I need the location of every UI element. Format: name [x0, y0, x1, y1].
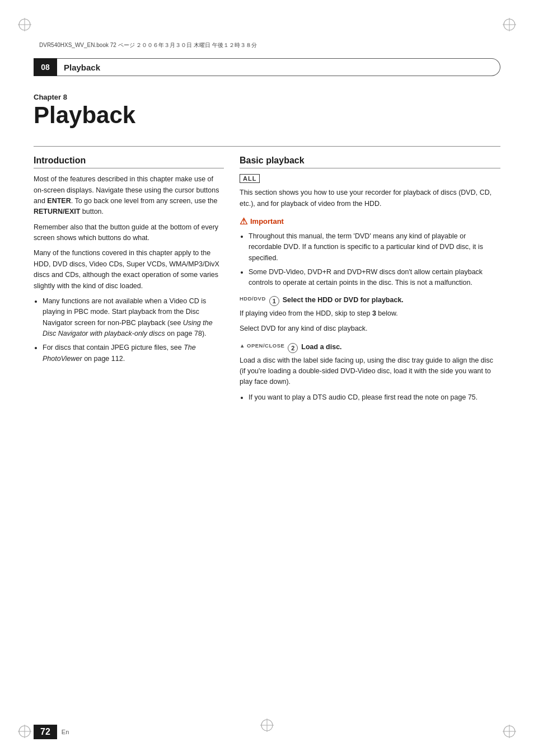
step-2-bullet-1: If you want to play a DTS audio CD, plea… — [249, 392, 500, 403]
chapter-title-section: Chapter 8 Playback — [34, 83, 500, 138]
page: DVR540HXS_WV_EN.book 72 ページ ２００６年３月３０日 木… — [0, 0, 534, 756]
intro-para-1: Most of the features described in this c… — [34, 174, 224, 218]
step-2-header: ▲ OPEN/CLOSE 2 Load a disc. — [240, 342, 500, 353]
important-bullet-2: Some DVD-Video, DVD+R and DVD+RW discs d… — [249, 267, 500, 289]
reg-mark-tr — [502, 17, 517, 32]
important-bullet-list: Throughout this manual, the term 'DVD' m… — [249, 231, 500, 289]
chapter-title-pill: Playback — [57, 58, 500, 76]
step-2-number: 2 — [288, 343, 298, 353]
reg-mark-br — [502, 724, 517, 739]
main-rule — [34, 146, 500, 147]
reg-mark-bl — [17, 724, 32, 739]
step-1-badge-label: HDD/DVD — [240, 295, 266, 302]
two-column-layout: Introduction Most of the features descri… — [34, 156, 500, 411]
step-1-body: If playing video from the HDD, skip to s… — [240, 308, 500, 319]
basic-playback-heading: Basic playback — [240, 156, 500, 168]
warning-icon: ⚠ — [240, 216, 247, 227]
chapter-header: 08 Playback — [34, 58, 500, 76]
page-lang: En — [62, 729, 69, 735]
introduction-heading: Introduction — [34, 156, 224, 168]
step-1-header: HDD/DVD 1 Select the HDD or DVD for play… — [240, 295, 500, 306]
step-2: ▲ OPEN/CLOSE 2 Load a disc. Load a disc … — [240, 342, 500, 403]
important-label: Important — [250, 217, 284, 226]
intro-bullet-2: For discs that contain JPEG picture file… — [43, 342, 224, 364]
step-2-bullet-list: If you want to play a DTS audio CD, plea… — [249, 392, 500, 403]
page-number: 72 — [34, 725, 57, 739]
content-area: Chapter 8 Playback Introduction Most of … — [34, 83, 500, 711]
bottom-center-mark — [259, 717, 275, 735]
chapter-number-box: 08 — [34, 58, 57, 76]
important-bullet-1: Throughout this manual, the term 'DVD' m… — [249, 231, 500, 264]
step-2-badge-label: ▲ OPEN/CLOSE — [240, 342, 284, 349]
chapter-header-title: Playback — [64, 63, 100, 72]
step-2-body: Load a disc with the label side facing u… — [240, 355, 500, 388]
header-bar: DVR540HXS_WV_EN.book 72 ページ ２００６年３月３０日 木… — [34, 39, 500, 51]
reg-mark-tl — [17, 17, 32, 32]
important-heading: ⚠ Important — [240, 216, 500, 227]
chapter-big-title: Playback — [34, 102, 500, 128]
page-footer: 72 En — [34, 725, 69, 739]
step-1-number: 1 — [269, 296, 279, 306]
chapter-label: Chapter 8 — [34, 93, 500, 101]
step-1-title: Select the HDD or DVD for playback. — [283, 296, 404, 304]
basic-playback-intro: This section shows you how to use your r… — [240, 187, 500, 209]
step-2-title: Load a disc. — [301, 343, 341, 351]
header-meta: DVR540HXS_WV_EN.book 72 ページ ２００６年３月３０日 木… — [39, 41, 257, 49]
intro-bullet-list: Many functions are not available when a … — [43, 296, 224, 364]
step-1-body2: Select DVD for any kind of disc playback… — [240, 323, 500, 334]
intro-para-3: Many of the functions covered in this ch… — [34, 248, 224, 292]
intro-bullet-1: Many functions are not available when a … — [43, 296, 224, 340]
col-right: Basic playback ALL This section shows yo… — [240, 156, 500, 411]
step-1: HDD/DVD 1 Select the HDD or DVD for play… — [240, 295, 500, 335]
col-left: Introduction Most of the features descri… — [34, 156, 224, 411]
important-box: ⚠ Important Throughout this manual, the … — [240, 216, 500, 289]
intro-para-2: Remember also that the button guide at t… — [34, 222, 224, 244]
all-badge: ALL — [240, 174, 260, 183]
